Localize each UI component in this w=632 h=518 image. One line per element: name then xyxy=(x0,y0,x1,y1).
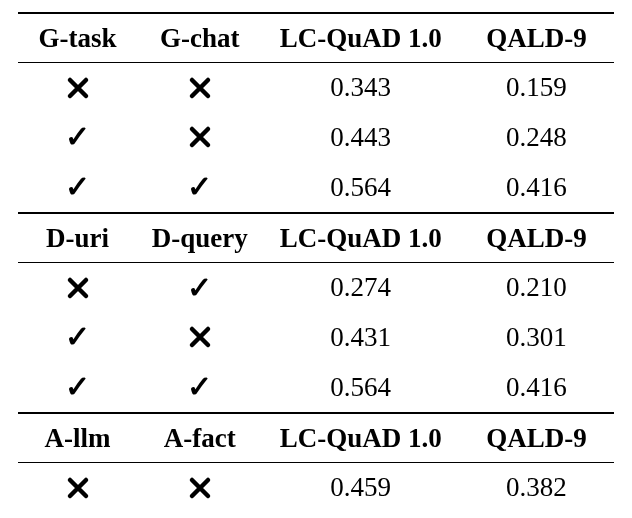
cell-mark xyxy=(137,512,262,518)
col-header: G-task xyxy=(18,14,137,62)
table-row: ✓ 0.443 0.248 xyxy=(18,112,614,162)
cell-value: 0.564 xyxy=(262,162,459,212)
check-icon: ✓ xyxy=(65,172,90,202)
table-row: 0.343 0.159 xyxy=(18,62,614,112)
cell-value: 0.274 xyxy=(262,263,459,312)
table-row: ✓ 0.431 0.301 xyxy=(18,312,614,362)
cross-icon xyxy=(188,325,212,349)
col-header: LC-QuAD 1.0 xyxy=(262,414,459,462)
section-header: D-uri D-query LC-QuAD 1.0 QALD-9 xyxy=(18,212,614,262)
section-header: A-llm A-fact LC-QuAD 1.0 QALD-9 xyxy=(18,412,614,462)
check-icon: ✓ xyxy=(187,172,212,202)
cell-value: 0.382 xyxy=(459,463,614,512)
check-icon: ✓ xyxy=(65,122,90,152)
cross-icon xyxy=(188,76,212,100)
cell-mark: ✓ xyxy=(18,312,137,362)
table-row: ✓ 0.473 0.385 xyxy=(18,512,614,518)
table-row: ✓ ✓ 0.564 0.416 xyxy=(18,162,614,212)
cell-value: 0.431 xyxy=(262,312,459,362)
col-header: D-query xyxy=(137,214,262,262)
cell-mark xyxy=(18,263,137,312)
col-header: G-chat xyxy=(137,14,262,62)
col-header: A-fact xyxy=(137,414,262,462)
cell-value: 0.385 xyxy=(459,512,614,518)
cell-value: 0.301 xyxy=(459,312,614,362)
col-header: LC-QuAD 1.0 xyxy=(262,214,459,262)
col-header: A-llm xyxy=(18,414,137,462)
table-row: ✓ 0.274 0.210 xyxy=(18,262,614,312)
col-header: QALD-9 xyxy=(459,214,614,262)
cross-icon xyxy=(66,76,90,100)
cross-icon xyxy=(188,476,212,500)
cross-icon xyxy=(66,476,90,500)
col-header: LC-QuAD 1.0 xyxy=(262,14,459,62)
cell-value: 0.564 xyxy=(262,362,459,412)
cell-mark xyxy=(137,463,262,512)
col-header: D-uri xyxy=(18,214,137,262)
cross-icon xyxy=(66,276,90,300)
col-header: QALD-9 xyxy=(459,414,614,462)
cell-value: 0.416 xyxy=(459,162,614,212)
cell-value: 0.473 xyxy=(262,512,459,518)
cell-value: 0.159 xyxy=(459,63,614,112)
cross-icon xyxy=(188,125,212,149)
cell-value: 0.443 xyxy=(262,112,459,162)
cell-mark: ✓ xyxy=(18,112,137,162)
section-header: G-task G-chat LC-QuAD 1.0 QALD-9 xyxy=(18,12,614,62)
cell-value: 0.459 xyxy=(262,463,459,512)
cell-value: 0.343 xyxy=(262,63,459,112)
cell-mark: ✓ xyxy=(18,362,137,412)
cell-mark: ✓ xyxy=(18,512,137,518)
results-table: G-task G-chat LC-QuAD 1.0 QALD-9 0.343 0… xyxy=(18,12,614,518)
table-row: 0.459 0.382 xyxy=(18,462,614,512)
cell-value: 0.210 xyxy=(459,263,614,312)
cell-mark: ✓ xyxy=(137,362,262,412)
cell-mark: ✓ xyxy=(18,162,137,212)
cell-value: 0.248 xyxy=(459,112,614,162)
cell-mark xyxy=(137,112,262,162)
check-icon: ✓ xyxy=(65,372,90,402)
cell-mark xyxy=(137,312,262,362)
check-icon: ✓ xyxy=(187,372,212,402)
cell-mark xyxy=(18,63,137,112)
cell-mark: ✓ xyxy=(137,263,262,312)
check-icon: ✓ xyxy=(65,322,90,352)
table-row: ✓ ✓ 0.564 0.416 xyxy=(18,362,614,412)
cell-mark xyxy=(18,463,137,512)
cell-value: 0.416 xyxy=(459,362,614,412)
cell-mark: ✓ xyxy=(137,162,262,212)
check-icon: ✓ xyxy=(187,273,212,303)
col-header: QALD-9 xyxy=(459,14,614,62)
cell-mark xyxy=(137,63,262,112)
